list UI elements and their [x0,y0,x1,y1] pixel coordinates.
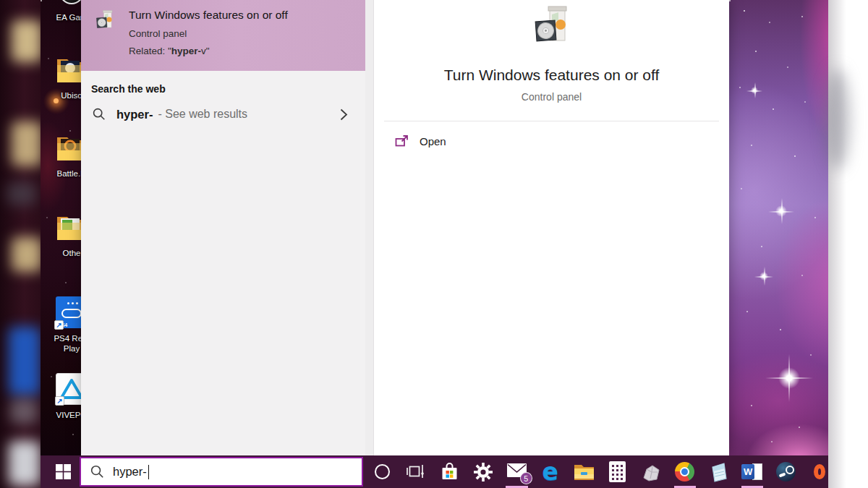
open-external-icon [395,134,409,148]
shortcut-arrow-icon: ↗ [54,320,64,330]
steam-button[interactable] [769,455,803,488]
word-button[interactable]: W [736,455,770,488]
open-button[interactable]: Open [374,124,729,158]
search-flyout: Turn Windows features on or off Control … [81,0,729,455]
ea-games-icon [59,0,84,4]
notepad-icon [709,462,728,482]
search-icon [90,465,104,479]
search-icon [93,108,106,121]
windows-features-icon-large [374,4,729,51]
result-detail-pane: Turn Windows features on or off Control … [374,0,729,455]
chrome-icon [675,462,694,481]
web-search-suggestion[interactable]: hyper- - See web results [81,97,365,132]
pane-divider [365,0,374,455]
task-view-button[interactable] [399,455,433,488]
gray-app-button[interactable] [634,455,668,488]
desktop-wallpaper-left: EA Gam Ubiso [41,0,81,455]
file-explorer-button[interactable] [567,455,601,488]
star-flare [751,87,758,94]
result-subtitle: Control panel [129,28,288,39]
origin-button[interactable] [803,455,829,488]
edge-icon: e [542,461,558,483]
file-explorer-icon [573,463,595,481]
web-hint-text: - See web results [158,108,247,121]
taskbar-search-box[interactable]: hyper- [80,457,363,487]
task-view-icon [406,462,425,481]
open-label: Open [420,135,446,147]
blurred-icon-blob [9,441,41,486]
mail-button[interactable]: 5 [500,455,534,488]
steam-icon [776,462,796,481]
cortana-button[interactable] [365,455,399,488]
search-results-pane: Turn Windows features on or off Control … [81,0,365,455]
second-monitor-edge [828,0,868,488]
detail-subtitle: Control panel [374,91,729,103]
edge-button[interactable]: e [534,455,568,488]
origin-icon [814,464,825,479]
desktop-wallpaper-right [729,0,828,455]
crumpled-paper-app-icon [641,463,661,481]
result-turn-windows-features[interactable]: Turn Windows features on or off Control … [81,0,365,71]
detail-title: Turn Windows features on or off [374,67,729,84]
store-icon [440,461,459,483]
calculator-button[interactable] [601,455,635,488]
star-flare [778,367,800,389]
text-cursor [148,465,150,479]
blurred-icon-blob [7,182,36,205]
calculator-icon [609,461,626,482]
start-button[interactable] [51,455,75,488]
shortcut-arrow-icon: ↗ [55,396,64,406]
star-flare [760,272,768,281]
result-title: Turn Windows features on or off [129,9,288,22]
cortana-icon [375,464,390,479]
word-icon: W [741,462,762,481]
detail-divider [384,121,719,121]
windows-logo-icon [56,464,71,479]
taskbar-icons: 5 e [365,455,828,488]
microsoft-store-button[interactable] [433,455,467,488]
chevron-right-icon [340,108,348,121]
windows-desktop: EA Gam Ubiso [0,0,868,488]
web-query-text: hyper- [116,108,153,121]
star-flare [775,205,787,217]
chrome-button[interactable] [668,455,702,488]
taskbar: hyper- [41,455,828,488]
search-the-web-header: Search the web [91,83,365,95]
windows-features-icon [94,9,116,71]
result-related: Related: "hyper-v" [129,46,288,56]
search-input-value: hyper- [113,465,147,479]
notepad-button[interactable] [702,455,736,488]
settings-button[interactable] [467,455,501,488]
mail-badge: 5 [520,472,532,484]
gear-icon [473,462,493,482]
stars-decoration [729,0,731,1]
